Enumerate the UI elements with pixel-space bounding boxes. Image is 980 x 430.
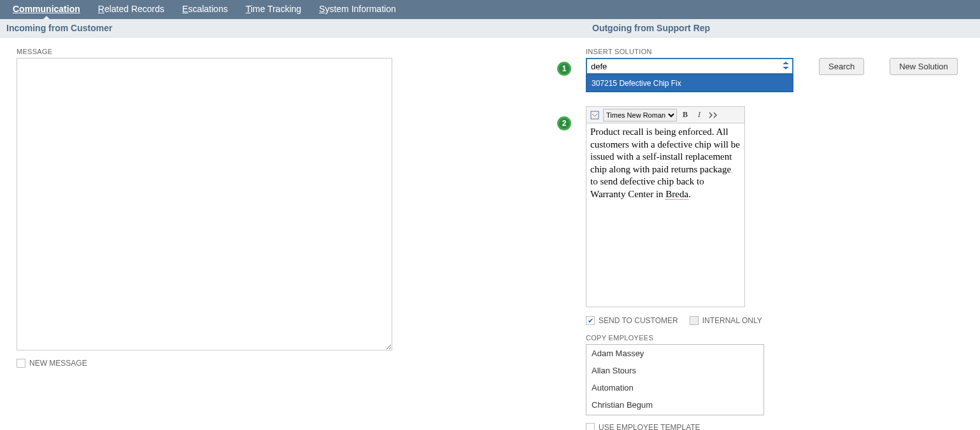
employee-option[interactable]: Adam Massey bbox=[586, 345, 763, 362]
use-employee-template-label: USE EMPLOYEE TEMPLATE bbox=[599, 423, 700, 430]
search-button[interactable]: Search bbox=[819, 58, 864, 75]
employee-option[interactable]: Christian Begum bbox=[586, 396, 763, 413]
section-header-outgoing: Outgoing from Support Rep bbox=[586, 19, 980, 37]
message-label: MESSAGE bbox=[17, 48, 573, 55]
section-headers: Incoming from Customer Outgoing from Sup… bbox=[0, 19, 980, 38]
reply-editor: Times New Roman B I Product recall is be… bbox=[586, 106, 745, 307]
combo-arrow-icon[interactable] bbox=[781, 60, 791, 71]
section-header-incoming: Incoming from Customer bbox=[0, 19, 586, 37]
internal-only-checkbox[interactable] bbox=[690, 316, 699, 325]
new-solution-button[interactable]: New Solution bbox=[890, 58, 958, 75]
callout-badge-2: 2 bbox=[557, 116, 571, 130]
send-to-customer-label: SEND TO CUSTOMER bbox=[599, 316, 678, 325]
editor-toolbar: Times New Roman B I bbox=[586, 106, 745, 123]
employee-option[interactable]: Allan Stours bbox=[586, 362, 763, 379]
editor-body[interactable]: Product recall is being enforced. All cu… bbox=[586, 123, 745, 307]
editor-italic-button[interactable]: I bbox=[693, 109, 705, 121]
outgoing-column: INSERT SOLUTION 1 2 307215 Defective Chi… bbox=[586, 44, 974, 430]
tab-related-records[interactable]: Related Records bbox=[89, 0, 173, 19]
dropdown-option[interactable]: 307215 Defective Chip Fix bbox=[586, 75, 793, 92]
tab-bar: Communication Related Records Escalation… bbox=[0, 0, 980, 19]
copy-employees-label: COPY EMPLOYEES bbox=[586, 334, 764, 342]
svg-rect-0 bbox=[591, 111, 599, 119]
callout-badge-1: 1 bbox=[557, 62, 571, 76]
employee-option[interactable]: Automation bbox=[586, 379, 763, 396]
internal-only-label: INTERNAL ONLY bbox=[702, 316, 762, 325]
editor-more-button[interactable] bbox=[707, 109, 719, 121]
message-textarea[interactable] bbox=[17, 58, 392, 350]
insert-solution-dropdown: 307215 Defective Chip Fix bbox=[586, 74, 793, 92]
send-to-customer-checkbox[interactable]: ✔ bbox=[586, 316, 595, 325]
incoming-column: MESSAGE NEW MESSAGE bbox=[6, 44, 586, 368]
tab-system-information[interactable]: System Information bbox=[310, 0, 405, 19]
tab-escalations[interactable]: Escalations bbox=[173, 0, 237, 19]
copy-employees-list[interactable]: Adam Massey Allan Stours Automation Chri… bbox=[586, 344, 764, 415]
new-message-checkbox[interactable] bbox=[17, 359, 25, 368]
insert-solution-input[interactable] bbox=[586, 58, 793, 74]
editor-font-select[interactable]: Times New Roman bbox=[603, 109, 677, 121]
use-employee-template-checkbox[interactable] bbox=[586, 423, 595, 430]
insert-solution-combo: 307215 Defective Chip Fix bbox=[586, 58, 793, 74]
new-message-label: NEW MESSAGE bbox=[29, 359, 87, 368]
editor-source-icon[interactable] bbox=[589, 109, 600, 121]
tab-communication[interactable]: Communication bbox=[4, 0, 89, 19]
tab-time-tracking[interactable]: Time Tracking bbox=[237, 0, 310, 19]
editor-bold-button[interactable]: B bbox=[679, 109, 691, 121]
insert-solution-label: INSERT SOLUTION bbox=[586, 48, 974, 55]
